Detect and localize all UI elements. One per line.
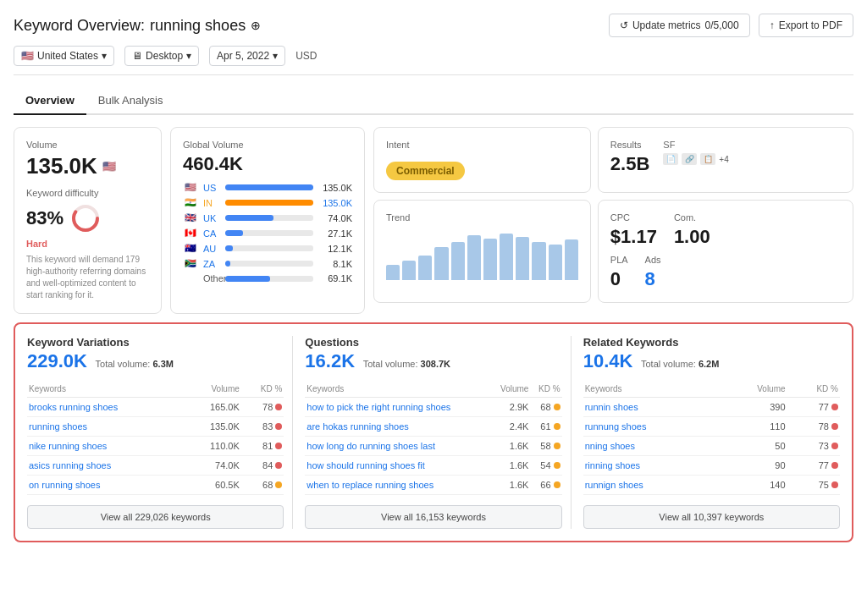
keyword-link[interactable]: running shoes bbox=[29, 421, 87, 432]
bar-track-ca bbox=[225, 230, 313, 236]
kd-dot bbox=[275, 462, 282, 469]
keyword-link[interactable]: when to replace running shoes bbox=[306, 480, 434, 490]
code-us: US bbox=[203, 183, 220, 193]
cpc-card: CPC $1.17 Com. 1.00 PLA 0 bbox=[598, 200, 853, 303]
kw-variations-col-kd: KD % bbox=[241, 381, 284, 398]
view-all-related-button[interactable]: View all 10,397 keywords bbox=[583, 505, 840, 529]
code-uk: UK bbox=[203, 213, 220, 223]
kd-dot bbox=[554, 443, 561, 449]
tab-bulk-analysis[interactable]: Bulk Analysis bbox=[86, 87, 175, 115]
sf-block: SF 📄 🔗 📋 +4 bbox=[663, 140, 728, 175]
keyword-link[interactable]: how to pick the right running shoes bbox=[306, 402, 450, 412]
date-selector[interactable]: Apr 5, 2022 ▾ bbox=[209, 46, 285, 66]
code-za: ZA bbox=[203, 259, 220, 269]
code-au: AU bbox=[203, 244, 220, 254]
kd-dot bbox=[831, 423, 838, 430]
volume-card: Volume 135.0K 🇺🇸 Keyword difficulty 83% bbox=[14, 127, 162, 314]
kd-dot bbox=[275, 423, 282, 430]
trend-bar-4 bbox=[434, 247, 448, 280]
kw-variations-table: Keywords Volume KD % brooks running shoe… bbox=[27, 381, 284, 495]
sf-icon-1: 📄 bbox=[663, 153, 678, 165]
kd-cell: 68 bbox=[241, 476, 284, 495]
kd-cell: 75 bbox=[787, 476, 840, 495]
toolbar: 🇺🇸 United States ▾ 🖥 Desktop ▾ Apr 5, 20… bbox=[14, 46, 853, 75]
global-volume-label: Global Volume bbox=[183, 140, 352, 150]
intent-label: Intent bbox=[386, 140, 578, 150]
kd-cell: 68 bbox=[530, 398, 561, 417]
keyword-link[interactable]: runnin shoes bbox=[585, 402, 638, 412]
date-chevron-icon: ▾ bbox=[273, 50, 278, 62]
trend-bar-8 bbox=[500, 234, 513, 280]
keyword-link[interactable]: runnign shoes bbox=[585, 480, 643, 490]
volume-cell: 74.0K bbox=[185, 456, 240, 476]
kd-cell: 66 bbox=[530, 476, 561, 495]
update-metrics-button[interactable]: ↺ Update metrics 0/5,000 bbox=[609, 14, 750, 37]
trend-bar-7 bbox=[483, 239, 497, 280]
flag-ca: 🇨🇦 bbox=[183, 228, 198, 239]
trend-chart bbox=[386, 229, 578, 280]
val-other: 69.1K bbox=[318, 273, 352, 283]
flag-za: 🇿🇦 bbox=[183, 258, 198, 269]
update-count: 0/5,000 bbox=[705, 19, 739, 31]
kd-dot bbox=[831, 462, 838, 469]
results-card: Results 2.5B SF 📄 🔗 📋 +4 bbox=[598, 127, 853, 193]
bar-track-uk bbox=[225, 215, 313, 221]
header-actions: ↺ Update metrics 0/5,000 ↑ Export to PDF bbox=[609, 14, 853, 37]
view-all-questions-button[interactable]: View all 16,153 keywords bbox=[305, 505, 561, 529]
difficulty-desc: This keyword will demand 179 high-author… bbox=[26, 254, 149, 301]
view-all-variations-button[interactable]: View all 229,026 keywords bbox=[27, 505, 284, 529]
export-pdf-button[interactable]: ↑ Export to PDF bbox=[759, 14, 853, 37]
trend-bar-9 bbox=[516, 237, 529, 280]
related-count: 10.4K bbox=[583, 350, 633, 371]
sf-icon-3: 📋 bbox=[700, 153, 715, 165]
trend-bar-5 bbox=[451, 242, 465, 280]
flag-in: 🇮🇳 bbox=[183, 197, 198, 208]
trend-bar-2 bbox=[402, 261, 416, 280]
keyword-link[interactable]: on running shoes bbox=[29, 480, 100, 490]
bar-track-in bbox=[225, 200, 313, 206]
bar-row-in: 🇮🇳 IN 135.0K bbox=[183, 197, 352, 208]
keyword-link[interactable]: how should running shoes fit bbox=[306, 460, 424, 470]
bar-fill-au bbox=[225, 245, 233, 251]
difficulty-grade: Hard bbox=[26, 239, 149, 249]
keyword-link[interactable]: brooks running shoes bbox=[29, 402, 118, 412]
keyword-link[interactable]: nning shoes bbox=[585, 441, 635, 451]
country-selector[interactable]: 🇺🇸 United States ▾ bbox=[14, 46, 114, 66]
bar-row-au: 🇦🇺 AU 12.1K bbox=[183, 243, 352, 254]
device-selector[interactable]: 🖥 Desktop ▾ bbox=[124, 46, 199, 66]
keyword-link[interactable]: runnung shoes bbox=[585, 421, 647, 432]
intent-card: Intent Commercial bbox=[373, 127, 591, 193]
kd-cell: 73 bbox=[787, 437, 840, 456]
kd-dot bbox=[554, 462, 561, 469]
country-chevron-icon: ▾ bbox=[102, 50, 107, 62]
volume-cell: 165.0K bbox=[185, 398, 240, 417]
page-title: Keyword Overview: running shoes ⊕ bbox=[14, 17, 261, 35]
trend-card: Trend bbox=[373, 200, 591, 303]
keyword-link[interactable]: are hokas running shoes bbox=[306, 421, 408, 432]
global-volume-card: Global Volume 460.4K 🇺🇸 US 135.0K 🇮🇳 IN … bbox=[170, 127, 365, 314]
table-row: nning shoes 50 73 bbox=[583, 437, 840, 456]
flag-uk: 🇬🇧 bbox=[183, 212, 198, 223]
kd-cell: 58 bbox=[530, 437, 561, 456]
difficulty-number: 83% bbox=[26, 207, 64, 228]
bar-fill-za bbox=[225, 261, 230, 267]
questions-title: Questions bbox=[305, 336, 561, 349]
related-col-kd: KD % bbox=[787, 381, 840, 398]
donut-wrap: 83% bbox=[26, 203, 149, 234]
add-keyword-icon[interactable]: ⊕ bbox=[251, 19, 261, 32]
kd-cell: 61 bbox=[530, 417, 561, 437]
top-right-row: Intent Commercial Results 2.5B SF 📄 bbox=[373, 127, 853, 193]
results-block: Results 2.5B bbox=[610, 140, 649, 175]
keyword-link[interactable]: rinning shoes bbox=[585, 460, 640, 470]
kd-dot bbox=[275, 404, 282, 410]
tab-overview[interactable]: Overview bbox=[14, 87, 86, 115]
bar-row-uk: 🇬🇧 UK 74.0K bbox=[183, 212, 352, 223]
cpc-block: CPC $1.17 bbox=[610, 212, 657, 248]
volume-cell: 390 bbox=[721, 398, 787, 417]
table-row: when to replace running shoes 1.6K 66 bbox=[305, 476, 561, 495]
keyword-link[interactable]: how long do running shoes last bbox=[306, 441, 435, 451]
keyword-link[interactable]: nike running shoes bbox=[29, 441, 107, 451]
volume-cell: 110.0K bbox=[185, 437, 240, 456]
volume-cell: 110 bbox=[721, 417, 787, 437]
keyword-link[interactable]: asics running shoes bbox=[29, 460, 111, 470]
